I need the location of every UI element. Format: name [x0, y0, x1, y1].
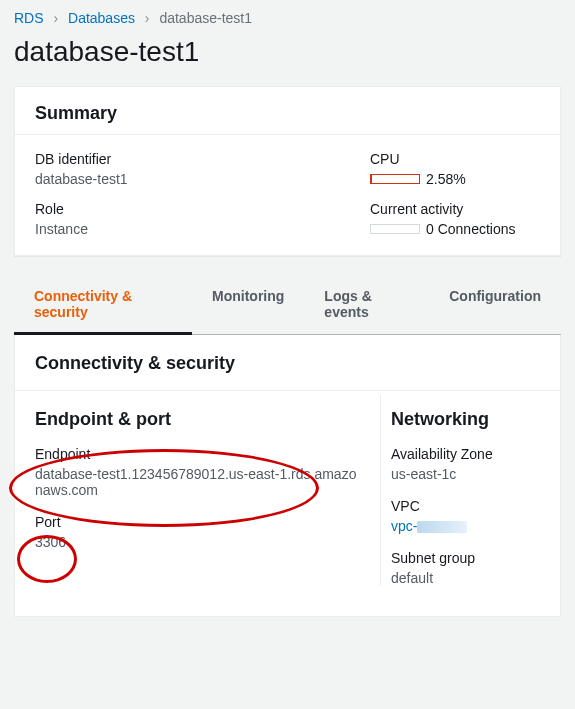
endpoint-value: database-test1.123456789012.us-east-1.rd…: [35, 466, 360, 498]
vpc-label: VPC: [391, 498, 540, 514]
endpoint-port-heading: Endpoint & port: [35, 409, 360, 430]
cpu-bar: [370, 174, 420, 184]
cpu-label: CPU: [370, 151, 540, 167]
db-identifier-label: DB identifier: [35, 151, 370, 167]
port-value: 3306: [35, 534, 360, 550]
tab-logs-events[interactable]: Logs & events: [304, 274, 429, 334]
endpoint-label: Endpoint: [35, 446, 360, 462]
availability-zone-label: Availability Zone: [391, 446, 540, 462]
cpu-value: 2.58%: [426, 171, 466, 187]
vpc-link[interactable]: vpc-: [391, 518, 417, 534]
tab-connectivity[interactable]: Connectivity & security: [14, 274, 192, 334]
breadcrumb-current: database-test1: [159, 10, 252, 26]
networking-heading: Networking: [391, 409, 540, 430]
role-value: Instance: [35, 221, 370, 237]
chevron-right-icon: ›: [145, 10, 150, 26]
breadcrumb-rds[interactable]: RDS: [14, 10, 44, 26]
role-label: Role: [35, 201, 370, 217]
availability-zone-value: us-east-1c: [391, 466, 540, 482]
chevron-right-icon: ›: [53, 10, 58, 26]
breadcrumb-databases[interactable]: Databases: [68, 10, 135, 26]
redacted-vpc-id: [417, 521, 467, 533]
activity-bar: [370, 224, 420, 234]
db-identifier-value: database-test1: [35, 171, 370, 187]
subnet-group-value: default: [391, 570, 540, 586]
tab-configuration[interactable]: Configuration: [429, 274, 561, 334]
subnet-group-label: Subnet group: [391, 550, 540, 566]
tab-monitoring[interactable]: Monitoring: [192, 274, 304, 334]
current-activity-label: Current activity: [370, 201, 540, 217]
breadcrumb: RDS › Databases › database-test1: [0, 0, 575, 32]
connectivity-heading: Connectivity & security: [15, 335, 560, 391]
connectivity-panel: Connectivity & security Endpoint & port …: [14, 335, 561, 617]
current-activity-value: 0 Connections: [426, 221, 516, 237]
tabs: Connectivity & security Monitoring Logs …: [14, 274, 561, 335]
page-title: database-test1: [0, 32, 575, 86]
summary-panel: Summary DB identifier database-test1 Rol…: [14, 86, 561, 256]
summary-heading: Summary: [35, 103, 540, 124]
port-label: Port: [35, 514, 360, 530]
